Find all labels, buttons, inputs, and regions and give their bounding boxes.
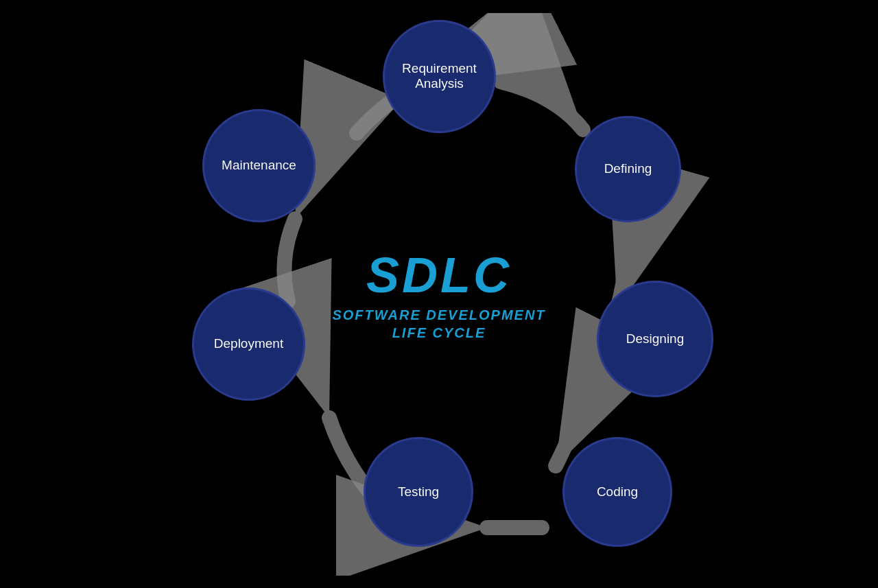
phase-defining: Defining	[575, 116, 681, 222]
phase-maintenance: Maintenance	[202, 109, 316, 222]
center-label: SDLC SOFTWARE DEVELOPMENTLIFE CYCLE	[332, 247, 545, 342]
phase-designing: Designing	[597, 281, 713, 397]
sdlc-subtitle: SOFTWARE DEVELOPMENTLIFE CYCLE	[332, 306, 545, 342]
phase-coding: Coding	[562, 437, 672, 547]
phase-requirement: Requirement Analysis	[383, 20, 496, 133]
phase-testing: Testing	[364, 437, 473, 547]
phase-deployment: Deployment	[192, 287, 305, 401]
sdlc-title: SDLC	[332, 247, 545, 303]
sdlc-diagram: Requirement Analysis Defining Designing …	[130, 13, 748, 576]
